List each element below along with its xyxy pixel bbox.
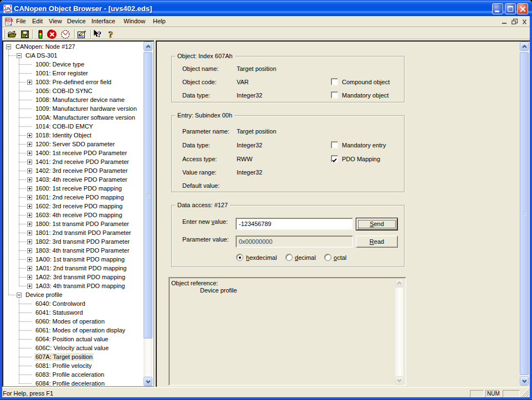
- svg-text:open: open: [5, 11, 11, 13]
- svg-text:?: ?: [109, 29, 114, 39]
- svg-text:EDS: EDS: [6, 18, 13, 22]
- svg-text:?: ?: [98, 30, 102, 39]
